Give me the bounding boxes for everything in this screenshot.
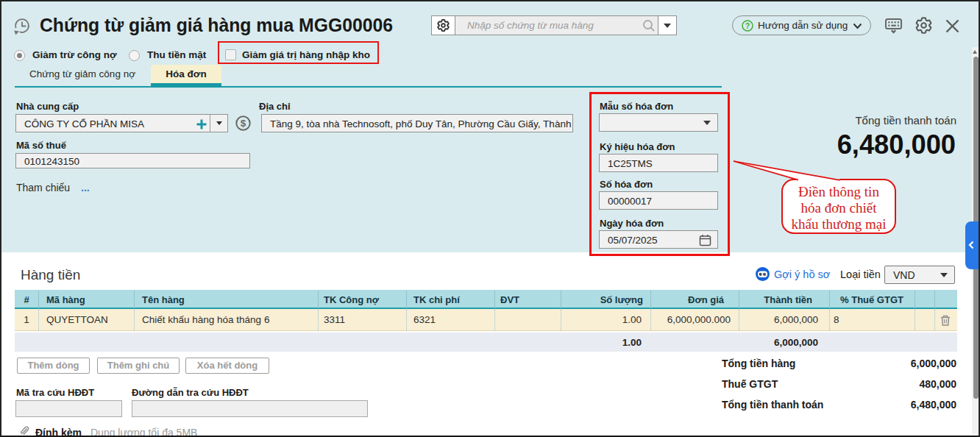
svg-text:$: $ [241, 118, 246, 129]
svg-text:?: ? [745, 21, 750, 30]
